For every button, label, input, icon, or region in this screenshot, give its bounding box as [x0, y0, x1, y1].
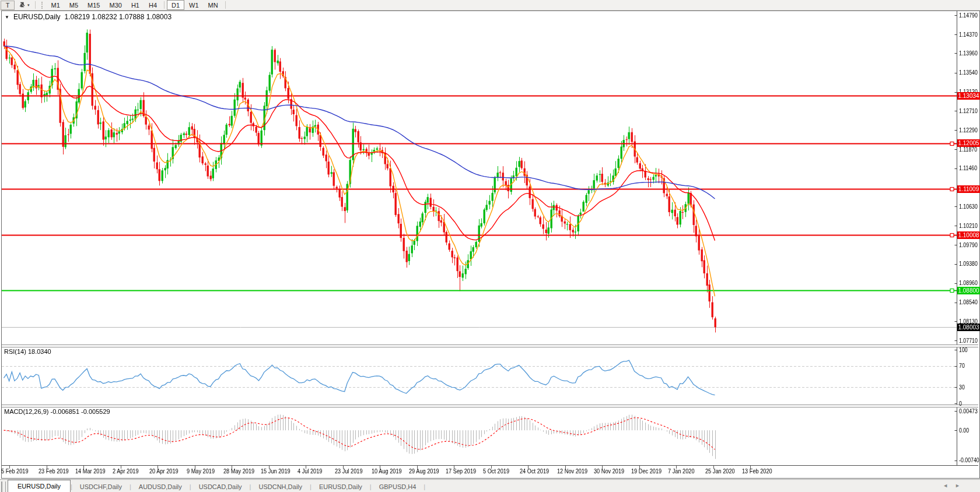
date-axis-label: 9 May 2019	[187, 468, 215, 475]
timeframe-button-group: M1M5M15M30H1H4D1W1MN	[47, 0, 228, 10]
rsi-indicator-label: RSI(14) 18.0340	[4, 348, 51, 355]
level-price-tag: 1.08800	[957, 287, 980, 294]
macd-tick-label: -0.00740	[959, 457, 979, 463]
trading-terminal: T ▾ M1M5M15M30H1H4D1W1MN ▼ EURUSD,Daily …	[0, 0, 980, 492]
chart-tab-1[interactable]: USDCHF,Daily	[72, 481, 130, 492]
tab-bar-grip	[1, 482, 6, 492]
date-axis-label: 13 Feb 2020	[742, 468, 772, 475]
tab-separator: |	[424, 483, 425, 492]
price-tick-label: 1.11870	[959, 146, 977, 153]
timeframe-button-h4[interactable]: H4	[144, 0, 162, 10]
date-axis-label: 25 Jan 2020	[705, 468, 735, 475]
timeframe-button-m5[interactable]: M5	[65, 0, 83, 10]
rsi-tick-label: 70	[959, 363, 965, 369]
chart-canvas[interactable]	[0, 0, 980, 492]
price-tick-label: 1.10210	[959, 223, 978, 229]
macd-indicator-label: MACD(12,26,9) -0.006851 -0.005529	[4, 408, 110, 415]
price-tick-label: 1.14790	[959, 12, 978, 19]
price-tick-label: 1.13960	[959, 50, 978, 57]
date-axis-label: 10 Aug 2019	[372, 468, 402, 475]
price-tick-label: 1.09790	[959, 242, 978, 248]
arrows-tool-icon	[18, 1, 26, 9]
chart-tab-2[interactable]: AUDUSD,Daily	[131, 481, 190, 492]
level-price-tag: 1.11009	[957, 185, 980, 193]
timeframe-button-w1[interactable]: W1	[184, 0, 204, 10]
date-axis-label: 23 Jul 2019	[335, 468, 363, 475]
price-tick-label: 1.14370	[959, 31, 978, 38]
date-axis-label: 19 Dec 2019	[631, 468, 662, 475]
date-axis-label: 14 Mar 2019	[75, 468, 106, 475]
text-tool-button[interactable]: T	[1, 1, 15, 10]
timeframe-button-d1[interactable]: D1	[167, 0, 184, 10]
rsi-tick-label: 30	[959, 384, 965, 391]
date-axis-label: 4 Jul 2019	[298, 468, 322, 475]
macd-tick-label: 0.00473	[959, 408, 978, 414]
date-axis-label: 5 Oct 2019	[483, 468, 509, 475]
chart-tab-6[interactable]: GBPUSD,H4	[372, 481, 424, 492]
tab-scroll-right-icon[interactable]: ►	[955, 483, 960, 489]
date-axis-label: 2 Apr 2019	[113, 468, 139, 475]
tool-dropdown-caret-icon[interactable]: ▾	[27, 3, 30, 8]
toolbar-separator	[35, 1, 36, 9]
date-axis-label: 30 Nov 2019	[594, 468, 624, 475]
tab-scroll-left-icon[interactable]: ◄	[943, 483, 948, 489]
price-tick-label: 1.13540	[959, 69, 978, 76]
date-axis-label: 29 Aug 2019	[409, 468, 439, 475]
chart-tab-bar: EURUSD,Daily|USDCHF,Daily|AUDUSD,Daily|U…	[0, 479, 980, 492]
level-price-tag: 1.13034	[957, 92, 980, 100]
toolbar-separator	[225, 1, 226, 9]
date-axis-label: 20 Apr 2019	[149, 468, 178, 475]
price-tick-label: 1.11460	[959, 165, 977, 171]
timeframe-button-mn[interactable]: MN	[204, 0, 223, 10]
date-axis-label: 15 Jun 2019	[261, 468, 290, 475]
rsi-tick-label: 0	[959, 400, 962, 407]
chart-tab-3[interactable]: USDCAD,Daily	[191, 481, 250, 492]
date-axis-label: 23 Feb 2019	[38, 468, 69, 475]
price-tick-label: 1.08540	[959, 299, 978, 305]
arrows-tool-button[interactable]: ▾	[16, 1, 32, 10]
toolbar-grip	[41, 2, 44, 9]
rsi-tick-label: 100	[959, 347, 968, 353]
timeframe-button-m1[interactable]: M1	[47, 0, 65, 10]
date-axis-label: 7 Jan 2020	[668, 468, 695, 475]
chart-tab-5[interactable]: EURUSD,Daily	[312, 481, 370, 492]
timeframe-button-m30[interactable]: M30	[104, 0, 126, 10]
top-toolbar: T ▾ M1M5M15M30H1H4D1W1MN	[0, 0, 980, 10]
macd-panel-splitter[interactable]	[2, 405, 978, 407]
bid-price-tag: 1.08003	[957, 324, 980, 331]
price-tick-label: 1.12290	[959, 127, 978, 133]
date-axis-label: 17 Sep 2019	[446, 468, 476, 475]
timeframe-button-m15[interactable]: M15	[83, 0, 104, 10]
timeframe-button-h1[interactable]: H1	[127, 0, 144, 10]
price-tick-label: 1.09380	[959, 261, 978, 267]
level-price-tag: 1.10008	[957, 231, 980, 239]
price-tick-label: 1.08960	[959, 280, 978, 286]
price-tick-label: 1.10630	[959, 203, 978, 210]
toolbar-separator	[164, 1, 164, 9]
rsi-panel-splitter[interactable]	[2, 345, 978, 347]
date-axis-label: 5 Feb 2019	[1, 468, 29, 475]
date-axis-label: 24 Oct 2019	[520, 468, 549, 475]
level-price-tag: 1.12005	[957, 139, 980, 147]
price-tick-label: 1.12710	[959, 108, 978, 114]
macd-tick-label: 0.00	[959, 427, 969, 434]
chart-symbol-label: EURUSD,Daily	[13, 13, 61, 21]
chart-tab-0[interactable]: EURUSD,Daily	[8, 480, 71, 492]
chart-collapse-icon[interactable]: ▼	[5, 15, 9, 20]
chart-ohlc-values: 1.08219 1.08232 1.07888 1.08003	[65, 13, 172, 21]
price-tick-label: 1.07710	[959, 338, 978, 344]
chart-tab-4[interactable]: USDCNH,Daily	[251, 481, 310, 492]
tab-scroll-arrows: ◄ ►	[943, 483, 960, 489]
date-axis-label: 12 Nov 2019	[557, 468, 587, 475]
date-axis-label: 28 May 2019	[223, 468, 254, 475]
chart-header: ▼ EURUSD,Daily 1.08219 1.08232 1.07888 1…	[5, 13, 172, 21]
